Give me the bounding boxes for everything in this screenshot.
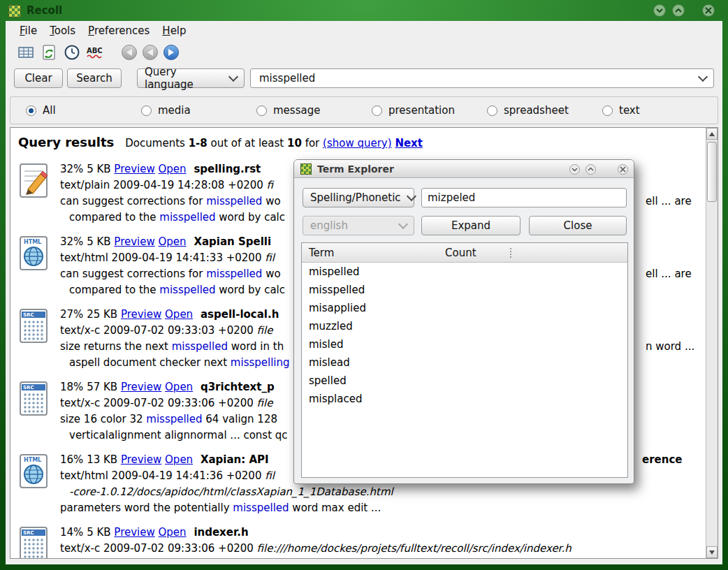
first-page-icon[interactable] [122,45,137,60]
doc-url: file:///home/dockes/projets/fulltext/rec… [257,542,572,555]
dialog-close-icon[interactable] [618,164,628,175]
filter-text[interactable]: text [602,104,718,117]
term-explorer-dialog: Term Explorer Spelling/Phonetic english … [293,159,634,484]
open-link[interactable]: Open [159,163,187,175]
html-file-icon: HTML [18,453,50,490]
expand-button[interactable]: Expand [421,216,520,235]
query-language-label: Query language [145,66,223,91]
scroll-up-icon[interactable] [706,128,718,140]
radio-icon[interactable] [141,105,152,116]
term-table: Term Count mispelled misspelled misappli… [301,242,628,478]
source-file-icon: SRC [18,526,50,559]
search-button[interactable]: Search [67,68,122,88]
query-language-select[interactable]: Query language [137,68,245,88]
term-input[interactable] [421,188,627,207]
results-scrollbar[interactable] [706,128,718,558]
window-title: Recoll [27,4,62,17]
radio-selected-icon[interactable] [26,105,36,116]
source-file-icon: SRC [18,381,50,417]
term-table-header[interactable]: Term Count [302,243,627,263]
query-input[interactable] [258,71,692,85]
column-count[interactable]: Count [445,247,510,259]
doc-url-continued: -core-1.0.12/docs/apidoc/html/classXapia… [69,485,393,498]
title-fragment: erence [642,452,683,468]
doc-title: aspell-local.h [201,308,279,321]
preview-link[interactable]: Preview [114,235,154,248]
preview-link[interactable]: Preview [121,308,161,321]
doc-url: fi [267,179,273,191]
radio-icon[interactable] [256,105,267,116]
filter-media[interactable]: media [141,104,256,117]
term-row[interactable]: mislead [302,353,627,372]
dialog-title-bar: Term Explorer [294,160,634,178]
column-term[interactable]: Term [302,247,445,259]
filter-presentation[interactable]: presentation [372,104,487,117]
source-file-icon: SRC [18,308,50,344]
preview-link[interactable]: Preview [114,526,154,539]
filter-spreadsheet[interactable]: spreadsheet [487,104,602,117]
language-select: english [303,216,414,235]
close-window-icon[interactable] [702,4,715,17]
term-row[interactable]: misspelled [302,281,627,299]
previous-page-icon[interactable] [143,45,158,60]
svg-text:HTML: HTML [24,457,41,463]
preview-link[interactable]: Preview [114,163,154,175]
menu-tools[interactable]: Tools [50,24,75,37]
dialog-maximize-icon[interactable] [585,164,596,175]
svg-text:HTML: HTML [24,239,41,245]
chevron-down-icon [228,72,238,82]
text-file-icon [18,163,50,199]
filter-all[interactable]: All [26,104,141,117]
open-link[interactable]: Open [165,381,193,393]
term-match-mode-select[interactable]: Spelling/Phonetic [303,188,414,207]
doc-url: file [257,397,273,409]
scrollbar-thumb[interactable] [707,142,717,202]
next-page-link[interactable]: Next [395,137,423,149]
show-query-link[interactable]: (show query) [323,137,392,149]
term-row[interactable]: muzzled [302,317,627,335]
result-item: SRC 14% 5 KB Preview Open indexer.h text… [10,525,707,559]
column-grip-icon[interactable] [510,248,511,258]
toolbar: ABC [6,41,722,64]
svg-text:SRC: SRC [23,312,34,318]
open-link[interactable]: Open [165,453,193,466]
spellcheck-abc-icon[interactable]: ABC [86,43,104,61]
open-link[interactable]: Open [165,308,193,321]
scroll-down-icon[interactable] [706,546,718,558]
dialog-shade-icon[interactable] [569,164,580,175]
radio-icon[interactable] [487,105,497,116]
term-row[interactable]: misled [302,335,627,353]
term-row[interactable]: spelled [302,372,627,390]
table-edit-icon[interactable] [17,43,35,61]
chevron-down-icon[interactable] [698,72,708,82]
term-row[interactable]: mispelled [302,263,627,281]
term-row[interactable]: misapplied [302,299,627,317]
document-refresh-icon[interactable] [40,43,58,61]
radio-icon[interactable] [602,105,613,116]
recoll-window: Recoll File Tools Preferences Help [0,0,728,570]
maximize-window-icon[interactable] [672,4,685,17]
open-link[interactable]: Open [159,526,187,539]
shade-window-icon[interactable] [653,4,666,17]
preview-link[interactable]: Preview [121,381,161,393]
menu-help[interactable]: Help [162,24,186,37]
title-bar: Recoll [0,0,728,21]
dialog-close-button[interactable]: Close [529,216,627,235]
doc-url: fil [265,251,275,264]
page-title: Query results [18,135,114,149]
preview-link[interactable]: Preview [121,453,161,466]
page-nav-group [122,45,179,60]
radio-icon[interactable] [372,105,382,116]
query-entry-combo[interactable] [250,68,714,88]
doc-title: Xapian Spelli [194,235,271,248]
recoll-app-icon [300,163,312,175]
menu-preferences[interactable]: Preferences [88,24,150,37]
menu-file[interactable]: File [20,24,37,37]
next-page-icon[interactable] [163,45,179,60]
history-clock-icon[interactable] [63,43,81,61]
filter-message[interactable]: message [256,104,372,117]
clear-button[interactable]: Clear [14,68,63,88]
open-link[interactable]: Open [159,235,187,248]
term-row[interactable]: misplaced [302,390,627,408]
menu-bar: File Tools Preferences Help [6,21,722,41]
